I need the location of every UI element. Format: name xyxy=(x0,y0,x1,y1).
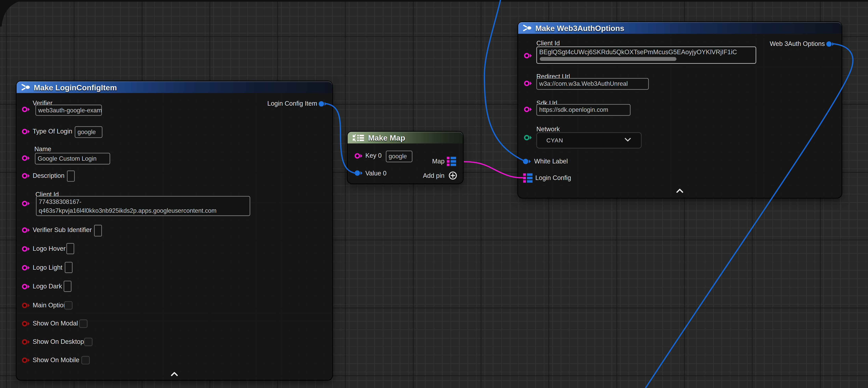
wire-offscreen-to-white-label[interactable] xyxy=(485,0,525,161)
blueprint-editor-viewport: Make LoginConfigItem Login Config Item V… xyxy=(0,0,868,388)
wire-web3auth-options-output[interactable] xyxy=(644,44,853,388)
blueprint-canvas[interactable]: Make LoginConfigItem Login Config Item V… xyxy=(0,0,868,388)
wire-map-to-login-config[interactable] xyxy=(464,162,523,178)
wire-login-config-item-to-value-0[interactable] xyxy=(326,103,356,173)
wire-layer xyxy=(0,0,868,388)
